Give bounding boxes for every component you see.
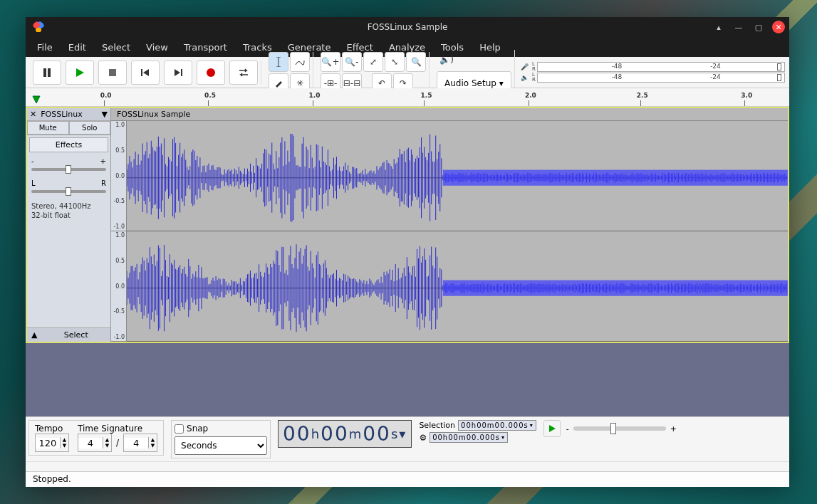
fit-project-button[interactable]: ⤡ <box>385 52 405 72</box>
loop-button[interactable] <box>229 61 258 85</box>
playback-speed-slider[interactable] <box>573 426 666 431</box>
selection-tool-button[interactable] <box>269 52 288 72</box>
share-audio-icon: 🔈) <box>437 50 457 70</box>
tempo-input[interactable]: ▲▼ <box>35 434 69 452</box>
svg-rect-3 <box>109 69 116 76</box>
collapse-button[interactable]: ▲ <box>27 329 41 341</box>
svg-marker-5 <box>143 69 149 76</box>
skip-end-button[interactable] <box>164 61 192 85</box>
svg-point-8 <box>207 68 215 77</box>
svg-rect-4 <box>141 69 142 76</box>
zoom-in-button[interactable]: 🔍+ <box>321 52 340 72</box>
waveform-right[interactable] <box>127 231 788 342</box>
status-bar: Stopped. <box>26 471 789 487</box>
empty-track-space[interactable] <box>26 343 789 416</box>
waveform-left[interactable] <box>127 121 788 231</box>
svg-marker-6 <box>175 69 180 76</box>
record-meter[interactable]: -48 -24 <box>537 62 785 72</box>
menu-edit[interactable]: Edit <box>61 39 93 56</box>
track-format-info: Stereo, 44100Hz 32-bit float <box>27 199 110 223</box>
bottom-toolbar: Tempo ▲▼ Time Signature ▲▼ / ▲▼ Snap Sec… <box>26 416 789 461</box>
speaker-icon: 🔈 <box>519 74 531 81</box>
app-window: FOSSLinux Sample ▴ — ▢ ✕ File Edit Selec… <box>26 17 789 487</box>
svg-rect-16 <box>443 280 788 296</box>
gear-icon[interactable]: ⚙ <box>419 433 427 443</box>
effects-button[interactable]: Effects <box>29 137 108 152</box>
svg-marker-2 <box>76 68 84 77</box>
menu-select[interactable]: Select <box>95 39 137 56</box>
track-close-button[interactable]: ✕ <box>27 108 39 120</box>
svg-rect-7 <box>181 69 182 76</box>
solo-button[interactable]: Solo <box>69 121 111 135</box>
clip-title[interactable]: FOSSLinux Sample <box>111 108 788 121</box>
app-logo-icon <box>33 21 44 33</box>
svg-rect-0 <box>43 68 46 77</box>
track-control-panel: ✕ FOSSLinux ▼ Mute Solo Effects -+ LR St… <box>27 108 111 342</box>
titlebar: FOSSLinux Sample ▴ — ▢ ✕ <box>26 17 789 37</box>
zoom-out-button[interactable]: 🔍- <box>342 52 362 72</box>
fit-selection-button[interactable]: ⤢ <box>363 52 383 72</box>
selection-label: Selection <box>419 421 455 430</box>
playback-meter[interactable]: -48 -24 <box>537 73 785 83</box>
amplitude-scale: 1.00.50.0-0.5-1.0 1.00.50.0-0.5-1.0 <box>111 121 127 342</box>
pan-slider[interactable]: LR <box>27 177 110 199</box>
play-at-speed-button[interactable] <box>543 420 561 437</box>
track-select-button[interactable]: Select <box>41 328 110 342</box>
stop-button[interactable] <box>98 61 127 85</box>
svg-marker-12 <box>33 96 40 103</box>
hide-button[interactable]: — <box>732 21 745 33</box>
svg-marker-17 <box>549 425 556 432</box>
timesig-num-input[interactable]: ▲▼ <box>78 434 112 452</box>
record-button[interactable] <box>197 61 225 85</box>
mic-icon: 🎤 <box>519 63 531 70</box>
zoom-toggle-button[interactable]: 🔍 <box>406 52 426 72</box>
skip-start-button[interactable] <box>131 61 160 85</box>
play-button[interactable] <box>66 61 94 85</box>
maximize-button[interactable]: ▢ <box>752 21 765 33</box>
window-title: FOSSLinux Sample <box>368 22 448 32</box>
timesig-den-input[interactable]: ▲▼ <box>123 434 157 452</box>
menu-view[interactable]: View <box>139 39 175 56</box>
selection-end-timecode[interactable]: 00h00m00.000s▾ <box>430 432 508 443</box>
pause-button[interactable] <box>33 61 61 85</box>
mute-button[interactable]: Mute <box>27 121 69 135</box>
gain-slider[interactable]: -+ <box>27 154 110 177</box>
meters: 🎤 LR -48 -24 🔈 LR -48 -24 <box>519 62 785 83</box>
close-button[interactable]: ✕ <box>772 21 785 33</box>
toolbar: ✳ 🔍+ 🔍- ⤢ ⤡ 🔍 -⊞- ⊟-⊟ ↶ ↷ 🔈) Audio Setup… <box>26 57 789 88</box>
menu-transport[interactable]: Transport <box>177 39 234 56</box>
selection-start-timecode[interactable]: 00h00m00.000s▾ <box>458 420 536 431</box>
envelope-tool-button[interactable] <box>290 52 310 72</box>
track-name[interactable]: FOSSLinux <box>39 108 98 120</box>
svg-rect-14 <box>443 170 788 186</box>
timeline-ruler[interactable]: 0.0 0.5 1.0 1.5 2.0 2.5 3.0 <box>26 88 789 107</box>
svg-rect-1 <box>48 68 51 77</box>
timesig-label: Time Signature <box>78 424 157 434</box>
snap-unit-select[interactable]: Seconds <box>175 436 267 455</box>
tempo-label: Tempo <box>35 424 69 434</box>
track-area: ✕ FOSSLinux ▼ Mute Solo Effects -+ LR St… <box>26 107 789 343</box>
menu-file[interactable]: File <box>30 39 60 56</box>
snap-checkbox[interactable]: Snap <box>175 424 267 434</box>
position-timecode[interactable]: 00h00m00s▾ <box>278 420 412 448</box>
playhead-pin-icon <box>31 95 41 105</box>
track-menu-button[interactable]: ▼ <box>99 108 110 120</box>
minimize-button[interactable]: ▴ <box>712 21 725 33</box>
